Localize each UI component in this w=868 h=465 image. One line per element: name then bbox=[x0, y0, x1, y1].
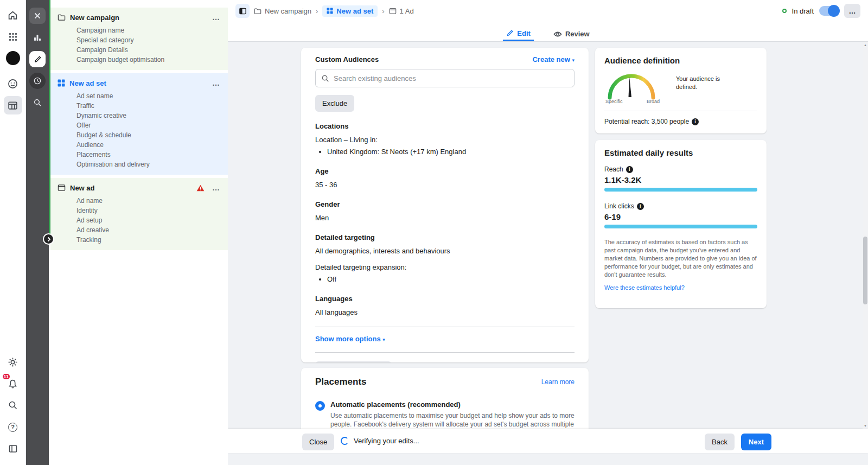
toggle-knob bbox=[828, 5, 840, 17]
adset-grid-icon bbox=[58, 79, 65, 87]
save-audience-button[interactable]: Save This Audience bbox=[315, 361, 392, 362]
gauge-broad-label: Broad bbox=[647, 99, 660, 104]
caret-down-icon: ▾ bbox=[382, 337, 385, 342]
nav-item-placements[interactable]: Placements bbox=[76, 150, 220, 160]
draft-status-icon bbox=[782, 9, 787, 13]
more-options-icon[interactable]: … bbox=[844, 4, 860, 18]
tab-edit[interactable]: Edit bbox=[503, 22, 534, 41]
close-button[interactable]: Close bbox=[302, 434, 334, 450]
reach-value: 1.1K-3.2K bbox=[604, 175, 757, 184]
reach-label: Reach bbox=[604, 165, 623, 173]
search-icon[interactable] bbox=[4, 396, 22, 415]
breadcrumb-ad[interactable]: 1 Ad bbox=[389, 7, 414, 15]
nav-item-special-ad-category[interactable]: Special ad category bbox=[76, 35, 220, 45]
notifications-bell-icon[interactable]: 11 bbox=[4, 374, 22, 393]
vertical-scrollbar[interactable]: ▲ ▼ bbox=[863, 42, 868, 429]
nav-item-ad-creative[interactable]: Ad creative bbox=[76, 225, 220, 235]
nav-item-campaign-details[interactable]: Campaign Details bbox=[76, 45, 220, 55]
nav-item-traffic[interactable]: Traffic bbox=[76, 101, 220, 111]
nav-item-campaign-budget-optimisation[interactable]: Campaign budget optimisation bbox=[76, 55, 220, 65]
performance-chart-icon[interactable] bbox=[29, 29, 46, 46]
content-area: Custom Audiences Create new ▾ Exclude Lo… bbox=[228, 42, 868, 465]
adset-menu-icon[interactable]: … bbox=[212, 79, 220, 87]
adset-title[interactable]: New ad set bbox=[69, 79, 208, 87]
nav-item-audience[interactable]: Audience bbox=[76, 140, 220, 150]
breadcrumb-bar: New campaign › New ad set › 1 Ad In draf… bbox=[228, 0, 868, 22]
audience-search-input[interactable] bbox=[334, 74, 569, 82]
nav-item-optimisation-delivery[interactable]: Optimisation and delivery bbox=[76, 160, 220, 169]
automatic-placements-radio[interactable] bbox=[315, 401, 325, 411]
collapse-panel-icon[interactable] bbox=[4, 439, 22, 458]
nav-item-dynamic-creative[interactable]: Dynamic creative bbox=[76, 111, 220, 120]
audience-definition-title: Audience definition bbox=[604, 56, 757, 65]
search-tool-icon[interactable] bbox=[29, 94, 46, 111]
campaign-structure-panel: New campaign … Campaign name Special ad … bbox=[49, 0, 228, 465]
edit-pencil-icon[interactable] bbox=[29, 51, 46, 67]
estimates-disclaimer: The accuracy of estimates is based on fa… bbox=[604, 238, 757, 279]
info-icon[interactable]: i bbox=[637, 203, 644, 210]
estimated-results-title: Estimated daily results bbox=[604, 148, 757, 157]
divider bbox=[315, 327, 575, 327]
link-clicks-value: 6-19 bbox=[604, 212, 757, 221]
tab-review[interactable]: Review bbox=[550, 22, 593, 41]
nav-item-ad-name[interactable]: Ad name bbox=[76, 196, 220, 206]
locations-label: Locations bbox=[315, 122, 575, 130]
campaign-menu-icon[interactable]: … bbox=[212, 13, 220, 22]
create-new-label: Create new bbox=[532, 55, 570, 63]
history-clock-icon[interactable] bbox=[29, 73, 46, 89]
expand-rail-chevron-icon[interactable] bbox=[43, 233, 54, 245]
home-icon[interactable] bbox=[4, 6, 22, 24]
nav-item-offer[interactable]: Offer bbox=[76, 120, 220, 130]
info-icon[interactable]: i bbox=[692, 118, 699, 125]
draft-status-label: In draft bbox=[792, 7, 814, 15]
scroll-up-icon[interactable]: ▲ bbox=[863, 42, 868, 48]
breadcrumb-adset[interactable]: New ad set bbox=[322, 5, 378, 17]
gender-label: Gender bbox=[315, 200, 575, 208]
location-line: Location – Living in: bbox=[315, 135, 575, 145]
age-value: 35 - 36 bbox=[315, 180, 575, 190]
nav-item-budget-schedule[interactable]: Budget & schedule bbox=[76, 130, 220, 140]
audience-gauge: Specific Broad bbox=[604, 71, 664, 103]
nav-item-identity[interactable]: Identity bbox=[76, 206, 220, 215]
nav-item-campaign-name[interactable]: Campaign name bbox=[76, 26, 220, 35]
nav-section-campaign: New campaign … Campaign name Special ad … bbox=[50, 8, 228, 70]
breadcrumb-campaign[interactable]: New campaign bbox=[254, 7, 311, 15]
audience-defined-text: Your audience is defined. bbox=[676, 71, 730, 103]
campaign-title[interactable]: New campaign bbox=[70, 14, 208, 22]
caret-down-icon: ▾ bbox=[572, 58, 575, 63]
audience-search-box bbox=[315, 69, 575, 87]
edit-review-tabs: Edit Review bbox=[228, 22, 868, 42]
next-button[interactable]: Next bbox=[741, 434, 771, 450]
breadcrumb-separator: › bbox=[316, 7, 318, 15]
ad-menu-icon[interactable]: … bbox=[212, 183, 220, 192]
draft-toggle[interactable] bbox=[819, 6, 839, 16]
scroll-down-icon[interactable]: ▼ bbox=[863, 423, 868, 429]
app-rail: 11 ? bbox=[0, 0, 26, 465]
help-icon[interactable]: ? bbox=[4, 418, 22, 436]
close-editor-icon[interactable] bbox=[29, 8, 46, 24]
create-new-link[interactable]: Create new ▾ bbox=[532, 55, 575, 63]
back-button[interactable]: Back bbox=[705, 434, 735, 450]
account-avatar[interactable] bbox=[6, 51, 20, 65]
apps-grid-icon[interactable] bbox=[4, 28, 22, 46]
toggle-sidebar-icon[interactable] bbox=[235, 4, 250, 18]
scrollbar-thumb[interactable] bbox=[863, 237, 867, 304]
learn-more-link[interactable]: Learn more bbox=[541, 378, 575, 386]
estimates-feedback-link[interactable]: Were these estimates helpful? bbox=[604, 284, 685, 291]
show-more-options-link[interactable]: Show more options ▾ bbox=[315, 335, 385, 343]
nav-item-ad-setup[interactable]: Ad setup bbox=[76, 215, 220, 225]
tab-edit-label: Edit bbox=[517, 29, 531, 37]
campaigns-table-icon[interactable] bbox=[4, 96, 22, 114]
gauge-specific-label: Specific bbox=[605, 99, 623, 104]
ad-title[interactable]: New ad bbox=[70, 184, 192, 192]
info-icon[interactable]: i bbox=[626, 166, 633, 173]
error-warning-icon bbox=[196, 184, 205, 192]
nav-item-tracking[interactable]: Tracking bbox=[76, 235, 220, 245]
settings-gear-icon[interactable] bbox=[4, 353, 22, 371]
custom-audiences-label: Custom Audiences bbox=[315, 55, 379, 63]
ads-manager-icon[interactable] bbox=[4, 74, 22, 93]
estimated-results-card: Estimated daily results Reach i 1.1K-3.2… bbox=[595, 140, 767, 308]
exclude-button[interactable]: Exclude bbox=[315, 95, 354, 112]
expansion-value: Off bbox=[327, 275, 575, 284]
nav-item-adset-name[interactable]: Ad set name bbox=[76, 91, 220, 101]
